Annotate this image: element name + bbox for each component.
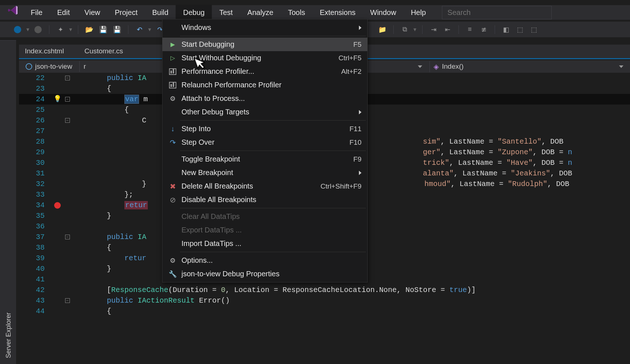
fold-icon[interactable]: − [65, 76, 70, 80]
menu-start-without-debugging[interactable]: ▷Start Without DebuggingCtrl+F5 [162, 51, 367, 65]
breakpoint-icon[interactable] [54, 202, 61, 209]
line-number: 25 [19, 105, 52, 115]
chevron-down-icon [619, 65, 623, 68]
toolbar-icon[interactable]: ⬚ [515, 24, 525, 35]
menu-relaunch-profiler[interactable]: Relaunch Performance Profiler [162, 78, 367, 92]
delete-breakpoint-icon: ✖ [167, 182, 179, 191]
line-number: 37 [19, 232, 52, 242]
code-text [72, 95, 124, 103]
toolbar-icon[interactable]: ⬚ [529, 24, 539, 35]
lightbulb-icon[interactable]: 💡 [53, 94, 61, 105]
menu-performance-profiler[interactable]: Performance Profiler...Alt+F2 [162, 65, 367, 78]
method-icon: ◈ [434, 62, 439, 71]
play-icon: ▶ [167, 41, 179, 48]
bookmark-button[interactable]: ◧ [501, 24, 511, 35]
line-number: 32 [19, 179, 52, 189]
line-number: 44 [19, 306, 52, 316]
nav-member[interactable]: ◈ Index() [430, 61, 627, 72]
left-dock: Server Explorer Toolbox [0, 40, 16, 364]
line-number: 23 [19, 83, 52, 94]
line-number: 24 [19, 94, 52, 105]
tab-index-cshtml[interactable]: Index.cshtml [19, 44, 79, 58]
menu-start-debugging[interactable]: ▶Start DebuggingF5 [162, 38, 367, 51]
fold-icon[interactable]: − [65, 298, 70, 303]
nav-project[interactable]: json-to-view [22, 61, 76, 72]
fold-icon[interactable]: − [65, 235, 70, 239]
menu-help[interactable]: Help [404, 5, 433, 20]
code-text: }; [72, 189, 133, 200]
menu-options[interactable]: ⚙Options... [162, 254, 367, 267]
menu-test[interactable]: Test [212, 5, 240, 20]
line-number: 41 [19, 274, 52, 285]
line-number: 43 [19, 295, 52, 306]
menu-step-into[interactable]: ↓Step IntoF11 [162, 122, 367, 136]
toolbox-tab[interactable]: Toolbox [0, 40, 1, 364]
chevron-down-icon [418, 65, 422, 68]
menu-other-targets[interactable]: Other Debug Targets [162, 105, 367, 119]
line-number: 22 [19, 73, 52, 83]
menu-new-breakpoint[interactable]: New Breakpoint [162, 166, 367, 179]
dropdown-arrow-icon: ▾ [413, 26, 416, 33]
menu-attach-process[interactable]: ⚙Attach to Process... [162, 92, 367, 105]
line-number: 35 [19, 211, 52, 221]
code-text: } [72, 211, 111, 221]
code-text: C [72, 115, 146, 126]
menu-build[interactable]: Build [145, 5, 176, 20]
menu-toggle-breakpoint[interactable]: Toggle BreakpointF9 [162, 152, 367, 166]
toolbar-icon[interactable]: 📁 [377, 24, 387, 35]
save-button[interactable]: 💾 [98, 24, 108, 35]
server-explorer-tab[interactable]: Server Explorer [1, 40, 16, 364]
dropdown-arrow-icon: ▾ [148, 26, 151, 33]
menu-view[interactable]: View [77, 5, 108, 20]
browser-link-button[interactable]: ⧉ [400, 24, 410, 35]
menu-debug[interactable]: Debug [176, 5, 212, 20]
menu-extensions[interactable]: Extensions [312, 5, 363, 20]
menu-tools[interactable]: Tools [281, 5, 312, 20]
line-number: 40 [19, 263, 52, 274]
submenu-arrow-icon [359, 171, 361, 175]
line-number: 27 [19, 126, 52, 136]
open-file-button[interactable]: 📂 [84, 24, 94, 35]
menu-file[interactable]: File [23, 5, 50, 20]
nav-member-label: Index() [442, 62, 464, 71]
fold-icon[interactable]: − [65, 118, 70, 123]
fold-icon[interactable]: − [65, 97, 70, 102]
menu-analyze[interactable]: Analyze [240, 5, 281, 20]
code-text: { [72, 83, 111, 94]
tab-customer-cs[interactable]: Customer.cs [79, 44, 138, 58]
menu-debug-properties[interactable]: 🔧json-to-view Debug Properties [162, 267, 367, 281]
line-number: 30 [19, 158, 52, 168]
code-text: var [124, 95, 139, 104]
line-number: 29 [19, 147, 52, 158]
code-text: m [139, 95, 148, 103]
outdent-button[interactable]: ⇤ [442, 24, 453, 35]
undo-button[interactable]: ↶ [134, 24, 145, 35]
globe-icon [26, 63, 32, 70]
search-input[interactable] [442, 6, 552, 19]
uncomment-button[interactable]: ≢ [479, 24, 489, 35]
line-number: 31 [19, 168, 52, 179]
menu-window[interactable]: Window [363, 5, 404, 20]
menu-delete-breakpoints[interactable]: ✖Delete All BreakpointsCtrl+Shift+F9 [162, 179, 367, 193]
line-number: 42 [19, 285, 52, 295]
comment-button[interactable]: ≡ [465, 24, 475, 35]
nav-back-button[interactable] [12, 24, 23, 35]
save-all-button[interactable]: 💾 [112, 24, 122, 35]
vs-logo-icon [6, 4, 20, 16]
code-text: retur [124, 201, 148, 209]
menu-import-datatips[interactable]: Import DataTips ... [162, 237, 367, 250]
menu-windows[interactable]: Windows [162, 21, 367, 34]
menu-project[interactable]: Project [108, 5, 145, 20]
line-number: 34 [19, 200, 52, 211]
step-into-icon: ↓ [167, 125, 179, 133]
line-number: 28 [19, 136, 52, 147]
new-item-button[interactable]: ✦ [55, 24, 65, 35]
code-text: } [72, 179, 146, 189]
line-number: 39 [19, 253, 52, 263]
indent-button[interactable]: ⇥ [428, 24, 439, 35]
menu-edit[interactable]: Edit [50, 5, 77, 20]
menu-disable-breakpoints[interactable]: ⊘Disable All Breakpoints [162, 193, 367, 206]
gear-icon: ⚙ [167, 95, 179, 103]
menu-step-over[interactable]: ↷Step OverF10 [162, 136, 367, 149]
debug-menu-dropdown: Windows ▶Start DebuggingF5 ▷Start Withou… [162, 19, 368, 283]
